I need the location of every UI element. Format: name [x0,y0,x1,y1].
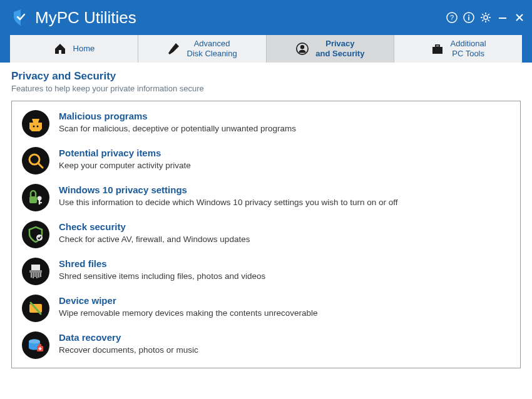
svg-text:?: ? [450,14,454,21]
item-shred-files[interactable]: Shred files Shred sensitive items includ… [22,258,510,285]
item-title: Data recovery [59,331,198,344]
tab-home[interactable]: Home [10,35,138,63]
svg-rect-4 [468,17,469,21]
item-desc: Check for active AV, firewall, and Windo… [59,234,250,245]
item-data-recovery[interactable]: Data recovery Recover documents, photos … [22,331,510,359]
toolbox-icon [431,42,444,56]
lock-key-icon [22,184,49,211]
svg-rect-20 [436,45,439,47]
svg-rect-25 [29,196,37,203]
item-title: Device wiper [59,295,317,307]
tab-label: Additional PC Tools [451,39,486,58]
item-desc: Wipe removable memory devices making the… [59,308,317,319]
item-desc: Shred sensitive items including files, p… [59,271,265,282]
window-controls: ? [446,11,526,24]
privacy-icon [295,42,309,56]
svg-line-13 [488,14,489,15]
magnify-icon [22,147,49,174]
shield-check-icon [11,8,30,27]
svg-line-12 [482,20,483,21]
item-title: Check security [59,221,250,233]
svg-line-11 [488,20,489,21]
svg-rect-43 [39,344,41,346]
item-desc: Use this information to decide which Win… [59,197,398,208]
item-desc: Keep your computer activity private [59,160,191,171]
features-panel: Malicious programs Scan for malicious, d… [11,101,521,368]
svg-line-10 [482,14,483,15]
item-desc: Scan for malicious, deceptive or potenti… [59,123,296,134]
svg-rect-19 [432,47,442,54]
help-icon[interactable]: ? [446,11,458,24]
tab-label: Privacy and Security [315,39,364,58]
info-icon[interactable] [463,11,475,24]
svg-point-5 [484,16,488,19]
svg-rect-30 [31,265,40,271]
item-check-security[interactable]: Check security Check for active AV, fire… [22,221,510,248]
page-title: Privacy and Security [11,70,521,83]
shield-check-icon [22,221,49,248]
svg-point-22 [37,126,39,128]
home-icon [53,42,67,56]
broom-icon [167,42,181,56]
svg-rect-31 [29,270,42,273]
content-area: Privacy and Security Features to help ke… [0,63,532,380]
shredder-icon [22,258,49,285]
item-device-wiper[interactable]: Device wiper Wipe removable memory devic… [22,295,510,322]
item-privacy-items[interactable]: Potential privacy items Keep your comput… [22,147,510,174]
svg-point-18 [300,45,304,49]
item-title: Malicious programs [59,110,296,123]
wipe-icon [22,295,49,322]
tab-label: Advanced Disk Cleaning [187,39,237,58]
tab-privacy-security[interactable]: Privacy and Security [267,35,395,63]
item-malicious-programs[interactable]: Malicious programs Scan for malicious, d… [22,110,510,138]
svg-point-41 [29,340,40,344]
page-subtitle: Features to help keep your private infor… [11,84,521,93]
item-desc: Recover documents, photos or music [59,345,198,356]
svg-line-24 [38,163,43,168]
tabbar: Home Advanced Disk Cleaning Privacy and … [0,35,532,63]
item-windows-privacy[interactable]: Windows 10 privacy settings Use this inf… [22,184,510,211]
svg-point-26 [38,196,42,201]
svg-point-21 [33,126,35,128]
svg-point-3 [468,15,469,16]
malicious-icon [22,110,49,138]
item-title: Shred files [59,258,265,270]
recovery-icon [22,331,49,359]
gear-icon[interactable] [479,11,492,24]
tab-label: Home [73,44,95,54]
item-title: Potential privacy items [59,147,191,159]
app-logo: MyPC Utilities [11,8,136,28]
minimize-icon[interactable] [496,11,509,24]
item-title: Windows 10 privacy settings [59,184,398,196]
tab-disk-cleaning[interactable]: Advanced Disk Cleaning [138,35,267,63]
tab-pc-tools[interactable]: Additional PC Tools [394,35,522,63]
titlebar: MyPC Utilities ? [0,0,532,35]
close-icon[interactable] [513,11,526,24]
app-title: MyPC Utilities [35,8,136,28]
